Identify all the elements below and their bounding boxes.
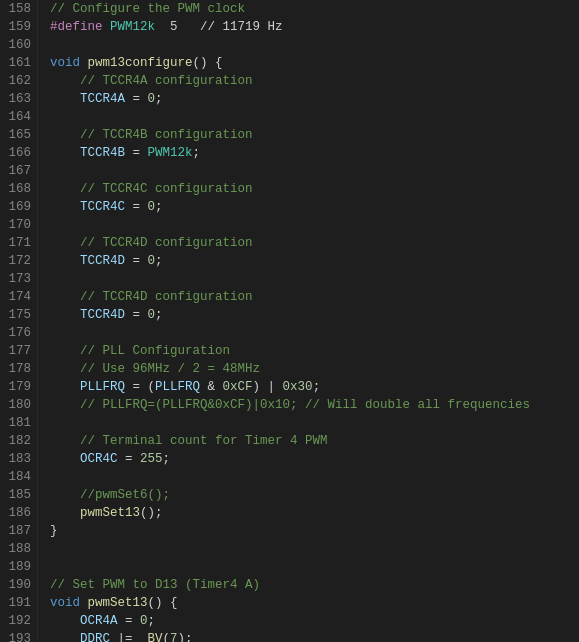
token: pwmSet13 xyxy=(80,506,140,520)
code-line: #define PWM12k 5 // 11719 Hz xyxy=(50,18,579,36)
token: = xyxy=(125,92,148,106)
line-number: 185 xyxy=(6,486,31,504)
token xyxy=(50,344,80,358)
token: TCCR4C xyxy=(80,200,125,214)
token: 255 xyxy=(140,452,163,466)
token xyxy=(50,236,80,250)
token: OCR4C xyxy=(80,452,118,466)
code-line: OCR4C = 255; xyxy=(50,450,579,468)
line-number: 163 xyxy=(6,90,31,108)
token: ; xyxy=(155,92,163,106)
token: ; xyxy=(163,452,171,466)
code-line: // TCCR4C configuration xyxy=(50,180,579,198)
token: ; xyxy=(313,380,321,394)
token xyxy=(50,614,80,628)
line-number: 167 xyxy=(6,162,31,180)
token: _BV xyxy=(140,632,163,642)
token: void xyxy=(50,56,80,70)
code-line: // Set PWM to D13 (Timer4 A) xyxy=(50,576,579,594)
token xyxy=(50,200,80,214)
token xyxy=(50,182,80,196)
line-number: 175 xyxy=(6,306,31,324)
token xyxy=(50,308,80,322)
token xyxy=(50,74,80,88)
token: 0 xyxy=(148,200,156,214)
line-number: 186 xyxy=(6,504,31,522)
token: // TCCR4D configuration xyxy=(80,236,253,250)
code-line: // PLL Configuration xyxy=(50,342,579,360)
line-number: 181 xyxy=(6,414,31,432)
token: // Configure the PWM clock xyxy=(50,2,245,16)
token: TCCR4A xyxy=(80,92,125,106)
token: ; xyxy=(193,146,201,160)
line-number: 169 xyxy=(6,198,31,216)
line-number: 190 xyxy=(6,576,31,594)
token: // PLLFRQ=(PLLFRQ&0xCF)|0x10; // Will do… xyxy=(80,398,530,412)
token xyxy=(50,380,80,394)
code-line: } xyxy=(50,522,579,540)
token: () { xyxy=(148,596,178,610)
token: = xyxy=(125,146,148,160)
token xyxy=(50,632,80,642)
code-line: TCCR4C = 0; xyxy=(50,198,579,216)
token: ; xyxy=(148,614,156,628)
token xyxy=(50,92,80,106)
line-number: 165 xyxy=(6,126,31,144)
line-number: 159 xyxy=(6,18,31,36)
token: DDRC xyxy=(80,632,110,642)
token: //pwmSet6(); xyxy=(80,488,170,502)
code-line xyxy=(50,216,579,234)
code-content: // Configure the PWM clock#define PWM12k… xyxy=(38,0,579,642)
line-number: 168 xyxy=(6,180,31,198)
line-number: 172 xyxy=(6,252,31,270)
code-line: // Use 96MHz / 2 = 48MHz xyxy=(50,360,579,378)
code-line: // PLLFRQ=(PLLFRQ&0xCF)|0x10; // Will do… xyxy=(50,396,579,414)
code-line: // TCCR4D configuration xyxy=(50,288,579,306)
token xyxy=(103,20,111,34)
token: & xyxy=(200,380,223,394)
token: PWM12k xyxy=(148,146,193,160)
code-line xyxy=(50,414,579,432)
code-line: pwmSet13(); xyxy=(50,504,579,522)
code-line: void pwm13configure() { xyxy=(50,54,579,72)
code-line: // TCCR4D configuration xyxy=(50,234,579,252)
line-number: 170 xyxy=(6,216,31,234)
code-line: TCCR4B = PWM12k; xyxy=(50,144,579,162)
line-number: 189 xyxy=(6,558,31,576)
code-line xyxy=(50,270,579,288)
line-number: 188 xyxy=(6,540,31,558)
token: // TCCR4B configuration xyxy=(80,128,253,142)
token: TCCR4B xyxy=(80,146,125,160)
code-line: //pwmSet6(); xyxy=(50,486,579,504)
token: = xyxy=(125,200,148,214)
line-number: 180 xyxy=(6,396,31,414)
token xyxy=(50,506,80,520)
line-number: 177 xyxy=(6,342,31,360)
token: = xyxy=(125,254,148,268)
code-line: OCR4A = 0; xyxy=(50,612,579,630)
token: ; xyxy=(155,254,163,268)
token: PLLFRQ xyxy=(155,380,200,394)
token: 7 xyxy=(170,632,178,642)
token: 0 xyxy=(140,614,148,628)
code-line: TCCR4D = 0; xyxy=(50,306,579,324)
line-number: 176 xyxy=(6,324,31,342)
line-number: 193 xyxy=(6,630,31,642)
line-numbers: 1581591601611621631641651661671681691701… xyxy=(0,0,38,642)
token: = xyxy=(125,308,148,322)
token: ); xyxy=(178,632,193,642)
token: OCR4A xyxy=(80,614,118,628)
line-number: 173 xyxy=(6,270,31,288)
token: PLLFRQ xyxy=(80,380,125,394)
token: 0 xyxy=(148,92,156,106)
token xyxy=(50,146,80,160)
line-number: 166 xyxy=(6,144,31,162)
token xyxy=(50,128,80,142)
code-line: TCCR4D = 0; xyxy=(50,252,579,270)
token: // PLL Configuration xyxy=(80,344,230,358)
code-line xyxy=(50,468,579,486)
line-number: 191 xyxy=(6,594,31,612)
line-number: 187 xyxy=(6,522,31,540)
token xyxy=(50,434,80,448)
token: } xyxy=(50,524,58,538)
